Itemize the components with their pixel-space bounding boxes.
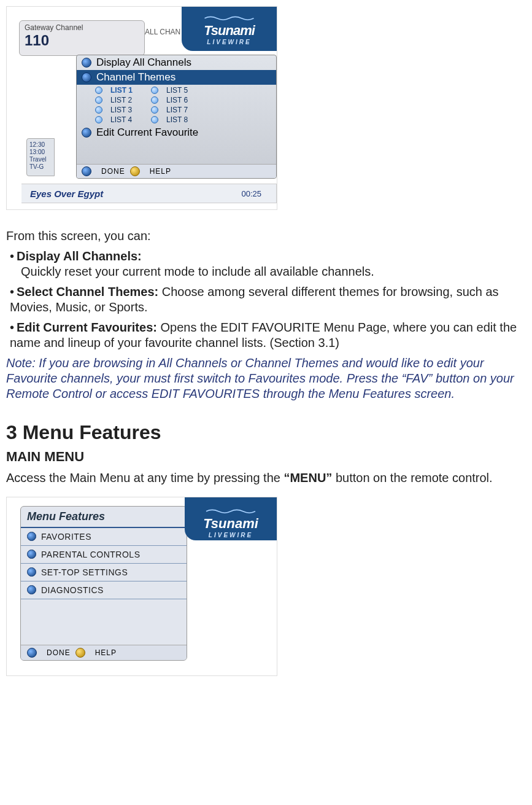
brand-sub: LIVEWIRE <box>185 532 277 539</box>
display-all-channels-label: Display All Channels <box>96 56 191 69</box>
done-button[interactable]: DONE <box>47 648 71 657</box>
time-end: 13:00 <box>29 149 52 156</box>
bullet-icon <box>82 72 91 82</box>
list-item[interactable]: LIST 4 <box>95 115 133 124</box>
brand-badge: Tsunami LIVEWIRE <box>182 7 277 51</box>
program-elapsed: 00:25 <box>241 189 261 198</box>
bullet-icon <box>27 567 36 577</box>
done-button[interactable]: DONE <box>101 167 125 176</box>
bullet-icon <box>130 166 140 176</box>
program-title: Eyes Over Egypt <box>30 189 103 199</box>
bullet-icon <box>151 96 158 104</box>
edit-current-favourite-item[interactable]: Edit Current Favourite <box>77 125 276 140</box>
all-chan-label: ALL CHAN <box>145 28 180 36</box>
bullet-icon <box>82 128 91 138</box>
list-item[interactable]: LIST 6 <box>151 96 188 104</box>
genre: Travel <box>29 156 52 163</box>
channel-number: 110 <box>25 32 139 49</box>
channel-themes-item[interactable]: Channel Themes <box>77 70 276 85</box>
bullet-2: •Select Channel Themes: Choose among sev… <box>10 284 526 315</box>
set-top-settings-item[interactable]: SET-TOP SETTINGS <box>21 564 187 581</box>
brand-sub: LIVEWIRE <box>182 39 277 45</box>
bullet-2-title: Select Channel Themes: <box>17 285 158 298</box>
favourite-lists-grid: LIST 1 LIST 2 LIST 3 LIST 4 LIST 5 LIST … <box>77 85 276 125</box>
brand-badge: Tsunami LIVEWIRE <box>185 497 277 540</box>
list-item[interactable]: LIST 5 <box>151 86 188 95</box>
bullet-icon <box>27 550 36 559</box>
bullet-icon <box>27 648 37 658</box>
menu-features-panel: Menu Features FAVORITES PARENTAL CONTROL… <box>20 506 187 661</box>
bullet-icon <box>82 166 91 176</box>
bullet-icon <box>27 532 36 541</box>
bullet-icon <box>95 87 102 94</box>
help-button[interactable]: HELP <box>95 648 117 657</box>
list-item[interactable]: LIST 1 <box>95 86 133 95</box>
bullet-icon <box>95 96 102 104</box>
bullet-icon <box>151 106 158 114</box>
bullet-icon <box>151 87 158 94</box>
intro-line: From this screen, you can: <box>6 228 526 244</box>
bullet-icon <box>75 648 85 658</box>
gateway-channel-label: Gateway Channel <box>25 23 139 32</box>
bullet-1-title: Display All Channels: <box>17 249 142 263</box>
menu-features-footer: DONE HELP <box>21 645 187 660</box>
list-item[interactable]: LIST 8 <box>151 115 188 124</box>
program-info-tab: 12:30 13:00 Travel TV-G <box>26 138 55 176</box>
diagnostics-item[interactable]: DIAGNOSTICS <box>21 581 187 599</box>
channel-themes-label: Channel Themes <box>96 71 175 84</box>
menu-features-title: Menu Features <box>21 507 187 528</box>
bullet-1: •Display All Channels: Quickly reset you… <box>10 249 526 279</box>
subsection-heading: MAIN MENU <box>6 448 526 465</box>
edit-current-favourite-label: Edit Current Favourite <box>96 126 198 139</box>
display-all-channels-item[interactable]: Display All Channels <box>77 55 276 70</box>
favorites-item[interactable]: FAVORITES <box>21 528 187 546</box>
bullet-icon <box>27 585 36 594</box>
rating: TV-G <box>29 163 52 171</box>
section-heading: 3 Menu Features <box>6 420 526 445</box>
program-title-strip: Eyes Over Egypt 00:25 <box>21 184 277 203</box>
bullet-icon <box>151 116 158 123</box>
brand-name: Tsunami <box>185 516 277 532</box>
menu-button-reference: “MENU” <box>283 471 332 484</box>
bullet-1-desc: Quickly reset your current mode to inclu… <box>21 264 526 279</box>
bullet-icon <box>95 116 102 123</box>
list-item[interactable]: LIST 3 <box>95 106 133 114</box>
menu-features-screenshot: Menu Features FAVORITES PARENTAL CONTROL… <box>6 497 277 676</box>
favourites-menu-panel: Display All Channels Channel Themes LIST… <box>76 55 277 179</box>
wave-icon <box>182 15 277 20</box>
list-item[interactable]: LIST 7 <box>151 106 188 114</box>
bullet-3: •Edit Current Favourites: Opens the EDIT… <box>10 320 526 351</box>
menu-footer: DONE HELP <box>77 164 276 178</box>
list-item[interactable]: LIST 2 <box>95 96 133 104</box>
channel-options-screenshot: Gateway Channel 110 ALL CHAN Tsunami LIV… <box>6 6 277 210</box>
parental-controls-item[interactable]: PARENTAL CONTROLS <box>21 546 187 564</box>
time-start: 12:30 <box>29 141 52 149</box>
note-text: Note: If you are browsing in All Channel… <box>6 356 526 402</box>
bullet-3-title: Edit Current Favourites: <box>17 321 157 334</box>
wave-icon <box>185 505 277 516</box>
main-menu-paragraph: Access the Main Menu at any time by pres… <box>6 470 526 486</box>
channel-tab: Gateway Channel 110 <box>19 20 145 56</box>
brand-name: Tsunami <box>182 23 277 39</box>
bullet-icon <box>95 106 102 114</box>
help-button[interactable]: HELP <box>150 167 171 176</box>
bullet-icon <box>82 58 91 68</box>
